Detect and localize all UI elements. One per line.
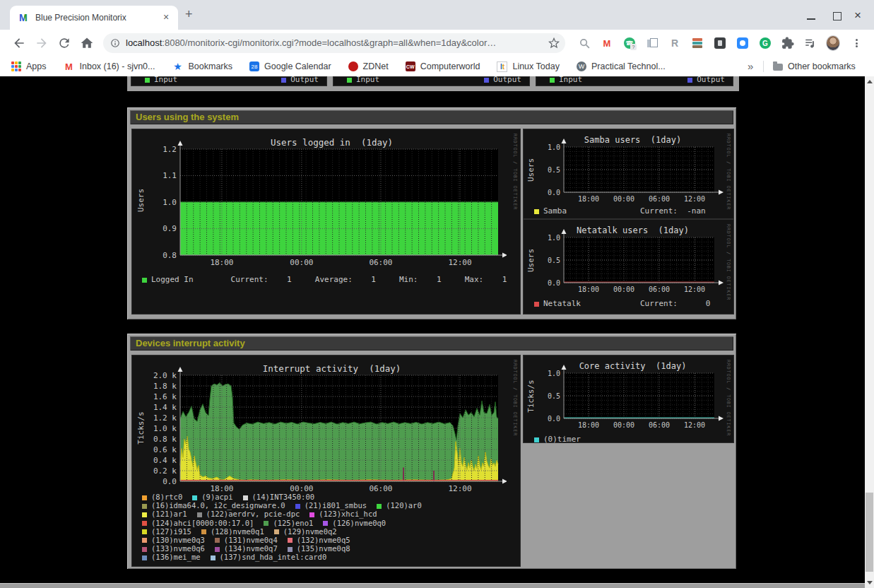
extensions-puzzle-icon[interactable] [781,36,795,50]
legend-device-label: (14)INT3450:00 [252,493,315,501]
y-axis-label: Users [136,165,146,236]
legend-text: Samba [543,206,567,216]
legend-current: Current: -nan [640,206,706,216]
svg-text:0.5: 0.5 [548,166,560,174]
address-bar[interactable]: localhost:8080/monitorix-cgi/monitorix.c… [103,33,565,53]
rrdtool-watermark: RRDTOOL / TOBI OETIKER [512,360,518,436]
grammarly-extension-icon[interactable]: G [758,36,772,50]
other-bookmarks-button[interactable]: Other bookmarks [773,57,856,76]
svg-text:06:00: 06:00 [369,258,392,267]
monitorix-page: Input Output Input Output Input Output U… [0,76,865,588]
keeper-extension-icon[interactable] [713,36,727,50]
legend-swatch-icon [215,547,220,552]
tab-close-icon[interactable]: × [160,11,172,23]
browser-toolbar: localhost:8080/monitorix-cgi/monitorix.c… [0,30,874,57]
svg-text:00:00: 00:00 [613,286,634,293]
netatalk-users-graph[interactable]: Netatalk users (1day) Users 18:0000:0006… [523,219,734,314]
legend-swatch-icon [142,521,147,526]
legend-swatch-icon [142,547,147,552]
profile-avatar[interactable] [826,36,840,50]
svg-text:18:00: 18:00 [578,421,599,429]
core-activity-graph[interactable]: Core activity (1day) Ticks/s 18:0000:000… [523,355,734,443]
reload-button[interactable] [57,36,71,50]
zoom-camera-extension-icon[interactable] [736,36,750,50]
network-graph-partial[interactable]: Input Output [536,76,733,86]
window-close-button[interactable]: × [854,8,861,23]
rrdtool-watermark: RRDTOOL / TOBI OETIKER [726,134,731,210]
y-axis-label: Users [526,225,536,296]
bookmarks-overflow-chevron[interactable]: » [748,57,753,76]
svg-text:12:00: 12:00 [684,286,705,293]
svg-text:1.0: 1.0 [548,143,560,151]
output-label: Output [493,76,521,84]
svg-text:18:00: 18:00 [578,286,599,293]
books-stack-extension-icon[interactable] [690,36,704,50]
bookmark-item-inbox-16-sjvn0-[interactable]: MInbox (16) - sjvn0... [64,61,155,72]
forward-button[interactable] [35,36,49,50]
svg-text:0.8: 0.8 [163,251,177,260]
bookmark-item-practical-technol-[interactable]: WPractical Technol... [577,61,666,71]
svg-text:06:00: 06:00 [649,286,670,293]
window-maximize-button[interactable] [833,12,841,20]
legend-device-label: (129)nvme0q2 [283,527,337,536]
legend-device-label: (8)rtc0 [151,493,182,501]
window-minimize-button[interactable] [807,18,815,20]
home-button[interactable] [80,36,94,50]
legend-row: (127)i915(128)nvme0q1(129)nvme0q2 [142,527,513,536]
page-scrollbar[interactable] [865,76,874,588]
interrupt-activity-graph[interactable]: Interrupt activity (1day) Ticks/s 18:000… [131,355,521,567]
music-list-icon[interactable] [803,36,817,50]
legend-device-label: (121)ar1 [151,510,187,518]
r-extension-icon[interactable]: R [668,36,682,50]
legend-text: Netatalk [543,299,581,308]
svg-text:1.1: 1.1 [163,171,177,180]
svg-text:1.4 k: 1.4 k [153,403,177,412]
hangouts-phone-extension-icon[interactable]: ☎ ? [622,36,637,50]
bookmark-item-zdnet[interactable]: ZDNet [348,61,389,71]
folder-icon [773,64,783,71]
users-logged-in-plot: 18:0000:0006:0012:001.21.11.00.90.8 [153,141,507,278]
network-graph-partial[interactable]: Input Output [131,76,327,86]
svg-text:0.6 k: 0.6 k [153,445,177,454]
new-tab-button[interactable]: + [185,7,193,22]
zdnet-icon [348,61,358,71]
network-graph-partial[interactable]: Input Output [333,76,530,86]
output-swatch-icon [484,78,489,83]
bookmark-item-google-calendar[interactable]: 28Google Calendar [249,61,331,71]
bookmark-label: Inbox (16) - sjvn0... [80,61,155,71]
bookmark-item-linux-today[interactable]: ltLinux Today [497,61,560,72]
samba-users-graph[interactable]: Samba users (1day) Users 18:0000:0006:00… [523,129,734,219]
bookmark-item-apps[interactable]: Apps [11,61,47,71]
browser-menu-icon[interactable] [849,36,863,50]
output-swatch-icon [687,78,692,83]
legend-device-label: (133)nvme0q6 [151,544,205,553]
scrollbar-up-icon[interactable] [867,80,873,83]
search-extension-icon[interactable] [577,36,591,50]
scrollbar-thumb[interactable] [866,493,873,572]
svg-text:0.0: 0.0 [163,477,177,486]
url-text[interactable]: localhost:8080/monitorix-cgi/monitorix.c… [126,33,543,53]
svg-text:0.2 k: 0.2 k [153,466,177,476]
rrdtool-watermark: RRDTOOL / TOBI OETIKER [512,134,518,210]
browser-tab[interactable]: MM Blue Precision Monitorix × [10,6,178,30]
back-button[interactable] [12,36,26,50]
scrollbar-down-icon[interactable] [867,581,873,584]
copy-pages-extension-icon[interactable] [645,36,659,50]
legend-text: Logged In Current: 1 Average: 1 Min: 1 M… [151,275,507,284]
output-label: Output [290,76,319,84]
other-bookmarks-label: Other bookmarks [788,61,856,71]
gmail-extension-icon[interactable]: M [600,36,614,50]
bookmark-item-bookmarks[interactable]: ★Bookmarks [172,61,233,72]
legend-device-label: (128)nvme0q1 [211,527,264,536]
bookmark-star-icon[interactable] [548,37,560,49]
bookmark-item-computerworld[interactable]: CWComputerworld [406,61,480,71]
svg-text:0.0: 0.0 [548,189,560,196]
page-info-icon[interactable] [110,38,120,48]
legend-row: (16)idma64.0, i2c_designware.0(21)i801_s… [142,501,513,510]
svg-text:1.2: 1.2 [163,145,177,154]
input-label: Input [559,76,582,84]
svg-text:1.0: 1.0 [548,234,560,242]
users-logged-in-graph[interactable]: Users logged in (1day) Users 18:0000:000… [131,129,521,314]
svg-text:18:00: 18:00 [578,195,599,203]
svg-text:2.0 k: 2.0 k [153,371,177,380]
